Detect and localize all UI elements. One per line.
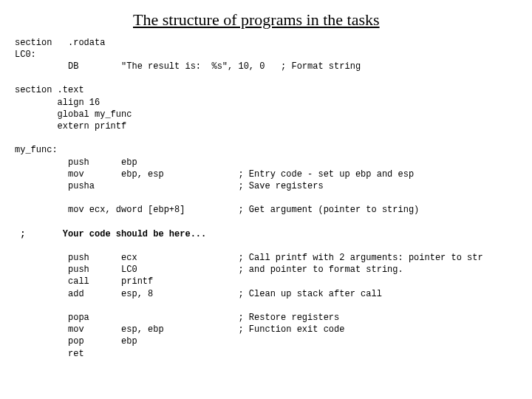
code-line: global my_func [15, 109, 132, 120]
code-line: extern printf [15, 121, 126, 132]
code-line: section .text [15, 85, 84, 95]
code-line-placeholder: ; Your code should be here... [15, 229, 206, 239]
code-line: DB "The result is: %s", 10, 0 ; Format s… [15, 61, 361, 72]
code-block: section .rodata LC0: DB "The result is: … [15, 37, 517, 360]
code-line: popa ; Restore registers [15, 313, 339, 323]
code-line: push ecx ; Call printf with 2 arguments:… [15, 253, 483, 263]
code-line: mov esp, ebp ; Function exit code [15, 324, 344, 335]
code-line: add esp, 8 ; Clean up stack after call [15, 289, 382, 299]
code-line: push ebp [15, 157, 238, 168]
code-line: mov ecx, dword [ebp+8] ; Get argument (p… [15, 205, 419, 215]
page-title: The structure of programs in the tasks [133, 9, 517, 31]
code-line: LC0: [15, 50, 36, 60]
code-line: section .rodata [15, 38, 105, 48]
code-line: pusha ; Save registers [15, 181, 324, 191]
code-line: mov ebp, esp ; Entry code - set up ebp a… [15, 169, 414, 180]
code-line: push LC0 ; and pointer to format string. [15, 265, 403, 275]
code-line: align 16 [15, 98, 100, 108]
code-line: my_func: [15, 145, 58, 155]
code-line: call printf [15, 276, 153, 287]
code-line: ret [15, 349, 84, 359]
code-line: pop ebp [15, 336, 137, 347]
